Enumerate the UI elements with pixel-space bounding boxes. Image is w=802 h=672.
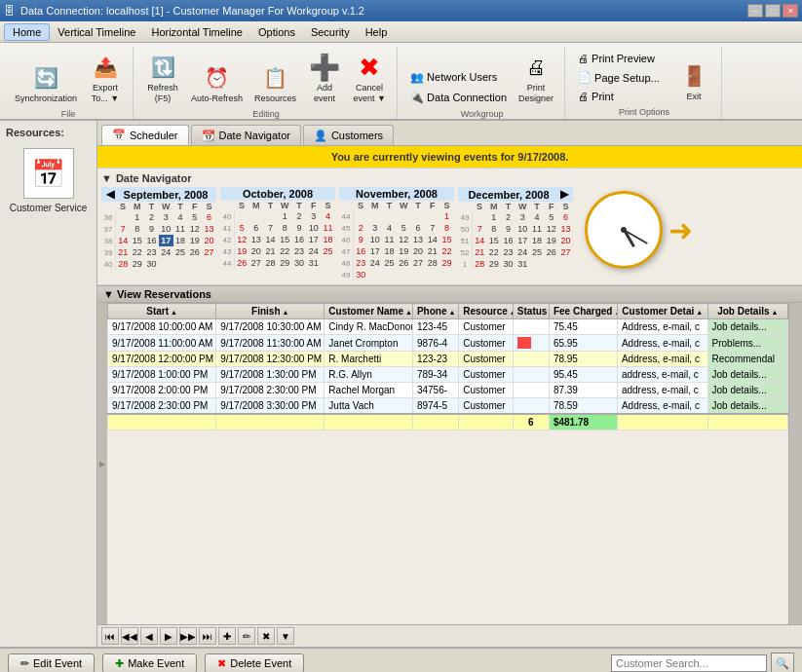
nav-edit-button[interactable]: ✏: [238, 627, 255, 645]
date-nav-title: ▼ Date Navigator: [101, 172, 798, 184]
tab-scheduler[interactable]: 📅 Scheduler: [101, 125, 189, 145]
sidebar-item-customer-service[interactable]: 📅 Customer Service: [5, 140, 93, 217]
menu-security[interactable]: Security: [303, 24, 358, 40]
print-preview-button[interactable]: 🖨 Print Preview: [573, 50, 670, 67]
menu-options[interactable]: Options: [250, 24, 303, 40]
col-start[interactable]: Start: [108, 304, 216, 319]
cell-finish: 9/17/2008 2:30:00 PM: [216, 383, 325, 398]
col-customer-detail[interactable]: Customer Detai: [617, 304, 707, 319]
table-row[interactable]: 9/17/2008 12:00:00 PM 9/17/2008 12:30:00…: [108, 352, 788, 367]
content-area: 📅 Scheduler 📆 Date Navigator 👤 Customers…: [97, 121, 802, 647]
cancel-event-icon: ✖: [354, 52, 385, 83]
cell-customer: R. Marchetti: [325, 352, 413, 367]
cell-customer-detail: Address, e-mail, c: [617, 319, 707, 335]
date-nav-collapse-icon[interactable]: ▼: [101, 172, 112, 184]
cancel-event-button[interactable]: ✖ Cancelevent ▼: [348, 49, 391, 107]
print-preview-icon: 🖨: [578, 53, 589, 64]
nav-first-button[interactable]: ⏮: [101, 627, 119, 645]
ribbon-group-workgroup: 👥 Network Users 🔌 Data Connection 🖨 Prin…: [400, 47, 565, 119]
print-group-label: Print Options: [619, 107, 669, 117]
cell-resource: Customer: [459, 335, 514, 352]
left-handle[interactable]: ▶: [97, 303, 107, 624]
col-job-detail[interactable]: Job Details: [707, 304, 787, 319]
network-users-button[interactable]: 👥 Network Users: [405, 68, 512, 87]
data-connection-button[interactable]: 🔌 Data Connection: [405, 89, 512, 107]
cell-resource: Customer: [459, 319, 514, 335]
scrollbar-right[interactable]: [788, 303, 802, 624]
main-layout: Resources: 📅 Customer Service 📅 Schedule…: [0, 121, 802, 647]
table-row[interactable]: 9/17/2008 2:00:00 PM 9/17/2008 2:30:00 P…: [108, 383, 788, 398]
search-button[interactable]: 🔍: [771, 653, 794, 672]
nav-add-button[interactable]: ✚: [218, 627, 236, 645]
add-event-button[interactable]: ➕ Addevent: [303, 49, 346, 107]
cell-resource: Customer: [459, 367, 514, 383]
tab-date-navigator[interactable]: 📆 Date Navigator: [191, 125, 301, 145]
nav-prev-button[interactable]: ◀: [140, 627, 158, 645]
cal-prev-button[interactable]: ◀: [103, 188, 117, 201]
nav-last-button[interactable]: ⏭: [199, 627, 216, 645]
delete-event-icon: ✖: [217, 657, 226, 670]
cell-fee: 75.45: [549, 319, 617, 335]
refresh-label: Refresh(F5): [147, 83, 178, 104]
page-setup-button[interactable]: 📄 Page Setup...: [573, 68, 670, 87]
reservations-section: ▼ View Reservations ▶ Start F: [97, 285, 802, 647]
menu-horizontal-timeline[interactable]: Horizontal Timeline: [143, 24, 250, 40]
cell-job-detail: Job details...: [707, 383, 787, 398]
nav-prev-page-button[interactable]: ◀◀: [121, 627, 138, 645]
table-container: Start Finish Customer Name Phone Resourc…: [107, 303, 788, 624]
table-row[interactable]: 9/17/2008 1:00:00 PM 9/17/2008 1:30:00 P…: [108, 367, 788, 383]
cal-oct-grid: SMTWTFS 401234 41567891011 4212131415161…: [220, 201, 335, 269]
window-controls[interactable]: ─ □ ✕: [747, 4, 798, 18]
cell-phone: 789-34: [412, 367, 458, 383]
cell-start: 9/17/2008 10:00:00 AM: [108, 319, 216, 335]
print-buttons: 🖨 Print Preview 📄 Page Setup... 🖨 Print …: [573, 49, 715, 105]
cell-finish: 9/17/2008 12:30:00 PM: [216, 352, 325, 367]
maximize-button[interactable]: □: [765, 4, 781, 18]
auto-refresh-button[interactable]: ⏰ Auto-Refresh: [186, 59, 248, 107]
table-row[interactable]: 9/17/2008 10:00:00 AM 9/17/2008 10:30:00…: [108, 319, 788, 335]
close-button[interactable]: ✕: [783, 4, 798, 18]
nav-filter-button[interactable]: ▼: [277, 627, 294, 645]
col-fee[interactable]: Fee Charged: [549, 304, 617, 319]
col-customer[interactable]: Customer Name: [325, 304, 413, 319]
resources-button[interactable]: 📋 Resources: [249, 59, 301, 107]
menu-home[interactable]: Home: [4, 23, 50, 41]
date-nav-title-text: Date Navigator: [116, 172, 192, 184]
col-phone[interactable]: Phone: [412, 304, 458, 319]
print-designer-button[interactable]: 🖨 PrintDesigner: [514, 49, 558, 107]
nav-next-page-button[interactable]: ▶▶: [179, 627, 197, 645]
table-row[interactable]: 9/17/2008 11:00:00 AM 9/17/2008 11:30:00…: [108, 335, 788, 352]
nav-delete-button[interactable]: ✖: [257, 627, 275, 645]
print-button[interactable]: 🖨 Print: [573, 88, 670, 105]
cell-resource: Customer: [459, 383, 514, 398]
exit-icon: 🚪: [678, 60, 709, 92]
calendar-sep: ◀ September, 2008 SMTWTFS 36123456 37789…: [101, 187, 216, 270]
synchronization-button[interactable]: 🔄 Synchronization: [10, 59, 82, 107]
file-buttons: 🔄 Synchronization 📤 ExportTo... ▼: [10, 49, 127, 107]
tab-customers[interactable]: 👤 Customers: [303, 125, 394, 145]
minimize-button[interactable]: ─: [747, 4, 763, 18]
calendars-container: ◀ September, 2008 SMTWTFS 36123456 37789…: [101, 187, 798, 280]
cell-status: [513, 383, 549, 398]
edit-event-button[interactable]: ✏ Edit Event: [8, 653, 95, 673]
export-button[interactable]: 📤 ExportTo... ▼: [84, 49, 127, 107]
col-status[interactable]: Status: [513, 304, 549, 319]
make-event-button[interactable]: ✚ Make Event: [102, 653, 197, 673]
cell-finish: 9/17/2008 1:30:00 PM: [216, 367, 325, 383]
cell-job-detail: Job details...: [707, 398, 787, 415]
exit-button[interactable]: 🚪 Exit: [672, 57, 715, 105]
refresh-button[interactable]: 🔃 Refresh(F5): [141, 49, 184, 107]
delete-event-button[interactable]: ✖ Delete Event: [205, 653, 304, 673]
col-resource[interactable]: Resource: [459, 304, 514, 319]
menu-vertical-timeline[interactable]: Vertical Timeline: [50, 24, 143, 40]
export-label: ExportTo... ▼: [92, 83, 119, 104]
auto-refresh-label: Auto-Refresh: [191, 93, 243, 104]
nav-next-button[interactable]: ▶: [160, 627, 177, 645]
customer-search-input[interactable]: [611, 654, 767, 672]
menu-help[interactable]: Help: [358, 24, 396, 40]
cal-next-button[interactable]: ▶: [557, 188, 571, 201]
reservations-collapse-icon[interactable]: ▼: [103, 288, 114, 300]
table-row[interactable]: 9/17/2008 2:30:00 PM 9/17/2008 3:30:00 P…: [108, 398, 788, 415]
reservations-header: ▼ View Reservations: [97, 285, 802, 303]
col-finish[interactable]: Finish: [216, 304, 325, 319]
